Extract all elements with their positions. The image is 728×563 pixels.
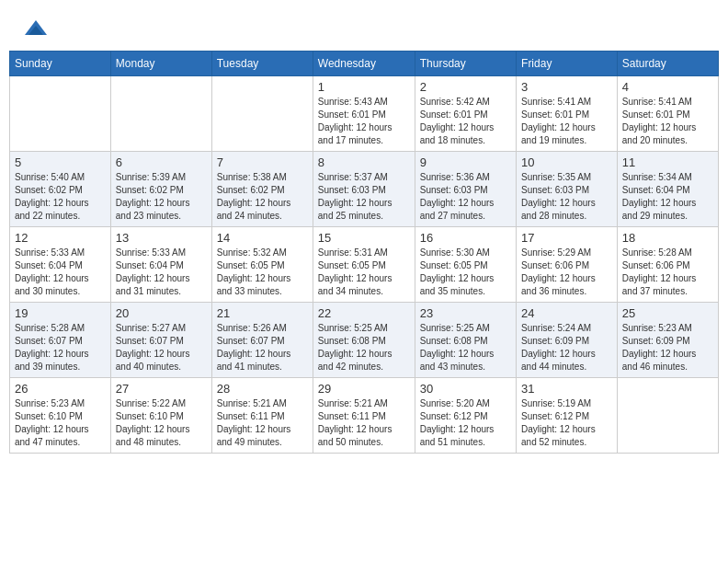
calendar-cell: 13Sunrise: 5:33 AM Sunset: 6:04 PM Dayli… — [110, 227, 211, 303]
day-info: Sunrise: 5:39 AM Sunset: 6:02 PM Dayligh… — [116, 171, 207, 223]
calendar-cell: 18Sunrise: 5:28 AM Sunset: 6:06 PM Dayli… — [617, 227, 718, 303]
day-info: Sunrise: 5:27 AM Sunset: 6:07 PM Dayligh… — [116, 322, 207, 373]
calendar-cell: 21Sunrise: 5:26 AM Sunset: 6:07 PM Dayli… — [211, 303, 313, 378]
day-header-saturday: Saturday — [617, 52, 718, 76]
calendar-cell: 12Sunrise: 5:33 AM Sunset: 6:04 PM Dayli… — [10, 227, 111, 303]
day-number: 19 — [15, 306, 106, 320]
calendar-cell: 31Sunrise: 5:19 AM Sunset: 6:12 PM Dayli… — [517, 378, 618, 454]
day-info: Sunrise: 5:38 AM Sunset: 6:02 PM Dayligh… — [217, 171, 308, 223]
day-number: 24 — [521, 306, 612, 320]
day-info: Sunrise: 5:20 AM Sunset: 6:12 PM Dayligh… — [420, 397, 511, 449]
calendar-cell: 4Sunrise: 5:41 AM Sunset: 6:01 PM Daylig… — [617, 76, 718, 152]
day-info: Sunrise: 5:23 AM Sunset: 6:10 PM Dayligh… — [15, 397, 106, 449]
day-number: 12 — [15, 231, 106, 245]
day-number: 30 — [420, 382, 511, 396]
day-header-sunday: Sunday — [10, 52, 111, 76]
calendar-header-row: SundayMondayTuesdayWednesdayThursdayFrid… — [10, 52, 719, 76]
calendar-cell: 2Sunrise: 5:42 AM Sunset: 6:01 PM Daylig… — [415, 76, 516, 152]
day-number: 15 — [318, 231, 410, 245]
day-number: 16 — [420, 231, 511, 245]
day-number: 23 — [420, 306, 511, 320]
day-info: Sunrise: 5:28 AM Sunset: 6:06 PM Dayligh… — [622, 247, 713, 298]
day-info: Sunrise: 5:21 AM Sunset: 6:11 PM Dayligh… — [318, 397, 410, 449]
day-info: Sunrise: 5:30 AM Sunset: 6:05 PM Dayligh… — [420, 247, 511, 298]
day-info: Sunrise: 5:41 AM Sunset: 6:01 PM Dayligh… — [521, 96, 612, 147]
day-number: 21 — [217, 306, 308, 320]
calendar-cell: 22Sunrise: 5:25 AM Sunset: 6:08 PM Dayli… — [313, 303, 415, 378]
day-info: Sunrise: 5:22 AM Sunset: 6:10 PM Dayligh… — [116, 397, 207, 449]
logo — [23, 18, 52, 39]
day-info: Sunrise: 5:25 AM Sunset: 6:08 PM Dayligh… — [420, 322, 511, 373]
day-number: 20 — [116, 306, 207, 320]
calendar-cell: 25Sunrise: 5:23 AM Sunset: 6:09 PM Dayli… — [617, 303, 718, 378]
day-header-tuesday: Tuesday — [211, 52, 313, 76]
calendar-table: SundayMondayTuesdayWednesdayThursdayFrid… — [9, 51, 719, 454]
day-info: Sunrise: 5:36 AM Sunset: 6:03 PM Dayligh… — [420, 171, 511, 223]
day-number: 4 — [622, 80, 713, 94]
day-number: 8 — [318, 155, 410, 169]
calendar-cell: 15Sunrise: 5:31 AM Sunset: 6:05 PM Dayli… — [313, 227, 415, 303]
calendar-cell: 3Sunrise: 5:41 AM Sunset: 6:01 PM Daylig… — [517, 76, 618, 152]
day-number: 18 — [622, 231, 713, 245]
day-number: 17 — [521, 231, 612, 245]
calendar-cell: 14Sunrise: 5:32 AM Sunset: 6:05 PM Dayli… — [211, 227, 313, 303]
calendar-cell: 28Sunrise: 5:21 AM Sunset: 6:11 PM Dayli… — [211, 378, 313, 454]
calendar-cell: 1Sunrise: 5:43 AM Sunset: 6:01 PM Daylig… — [313, 76, 415, 152]
calendar-cell: 8Sunrise: 5:37 AM Sunset: 6:03 PM Daylig… — [313, 152, 415, 227]
day-info: Sunrise: 5:33 AM Sunset: 6:04 PM Dayligh… — [116, 247, 207, 298]
day-info: Sunrise: 5:19 AM Sunset: 6:12 PM Dayligh… — [521, 397, 612, 449]
calendar-week-row: 12Sunrise: 5:33 AM Sunset: 6:04 PM Dayli… — [10, 227, 719, 303]
logo-icon — [23, 18, 49, 39]
calendar-cell — [10, 76, 111, 152]
day-info: Sunrise: 5:37 AM Sunset: 6:03 PM Dayligh… — [318, 171, 410, 223]
calendar-week-row: 1Sunrise: 5:43 AM Sunset: 6:01 PM Daylig… — [10, 76, 719, 152]
calendar-week-row: 5Sunrise: 5:40 AM Sunset: 6:02 PM Daylig… — [10, 152, 719, 227]
day-info: Sunrise: 5:42 AM Sunset: 6:01 PM Dayligh… — [420, 96, 511, 147]
day-number: 26 — [15, 382, 106, 396]
calendar-cell: 19Sunrise: 5:28 AM Sunset: 6:07 PM Dayli… — [10, 303, 111, 378]
calendar-cell: 30Sunrise: 5:20 AM Sunset: 6:12 PM Dayli… — [415, 378, 516, 454]
day-number: 9 — [420, 155, 511, 169]
day-header-thursday: Thursday — [415, 52, 516, 76]
day-info: Sunrise: 5:25 AM Sunset: 6:08 PM Dayligh… — [318, 322, 410, 373]
day-info: Sunrise: 5:21 AM Sunset: 6:11 PM Dayligh… — [217, 397, 308, 449]
calendar-cell: 9Sunrise: 5:36 AM Sunset: 6:03 PM Daylig… — [415, 152, 516, 227]
calendar-cell — [617, 378, 718, 454]
page-header — [9, 9, 719, 43]
day-number: 6 — [116, 155, 207, 169]
calendar-cell: 27Sunrise: 5:22 AM Sunset: 6:10 PM Dayli… — [110, 378, 211, 454]
calendar-cell — [110, 76, 211, 152]
calendar-cell: 17Sunrise: 5:29 AM Sunset: 6:06 PM Dayli… — [517, 227, 618, 303]
day-number: 22 — [318, 306, 410, 320]
calendar-cell: 7Sunrise: 5:38 AM Sunset: 6:02 PM Daylig… — [211, 152, 313, 227]
day-number: 2 — [420, 80, 511, 94]
day-header-friday: Friday — [517, 52, 618, 76]
calendar-cell: 29Sunrise: 5:21 AM Sunset: 6:11 PM Dayli… — [313, 378, 415, 454]
calendar-cell: 16Sunrise: 5:30 AM Sunset: 6:05 PM Dayli… — [415, 227, 516, 303]
day-info: Sunrise: 5:33 AM Sunset: 6:04 PM Dayligh… — [15, 247, 106, 298]
calendar-cell: 26Sunrise: 5:23 AM Sunset: 6:10 PM Dayli… — [10, 378, 111, 454]
day-info: Sunrise: 5:43 AM Sunset: 6:01 PM Dayligh… — [318, 96, 410, 147]
calendar-cell: 20Sunrise: 5:27 AM Sunset: 6:07 PM Dayli… — [110, 303, 211, 378]
day-number: 1 — [318, 80, 410, 94]
calendar-cell: 24Sunrise: 5:24 AM Sunset: 6:09 PM Dayli… — [517, 303, 618, 378]
day-number: 29 — [318, 382, 410, 396]
day-info: Sunrise: 5:34 AM Sunset: 6:04 PM Dayligh… — [622, 171, 713, 223]
calendar-cell: 23Sunrise: 5:25 AM Sunset: 6:08 PM Dayli… — [415, 303, 516, 378]
day-number: 14 — [217, 231, 308, 245]
day-number: 31 — [521, 382, 612, 396]
day-number: 7 — [217, 155, 308, 169]
day-info: Sunrise: 5:26 AM Sunset: 6:07 PM Dayligh… — [217, 322, 308, 373]
day-number: 3 — [521, 80, 612, 94]
day-info: Sunrise: 5:41 AM Sunset: 6:01 PM Dayligh… — [622, 96, 713, 147]
calendar-cell: 10Sunrise: 5:35 AM Sunset: 6:03 PM Dayli… — [517, 152, 618, 227]
day-info: Sunrise: 5:35 AM Sunset: 6:03 PM Dayligh… — [521, 171, 612, 223]
day-info: Sunrise: 5:24 AM Sunset: 6:09 PM Dayligh… — [521, 322, 612, 373]
day-number: 10 — [521, 155, 612, 169]
calendar-cell: 6Sunrise: 5:39 AM Sunset: 6:02 PM Daylig… — [110, 152, 211, 227]
day-number: 5 — [15, 155, 106, 169]
day-info: Sunrise: 5:23 AM Sunset: 6:09 PM Dayligh… — [622, 322, 713, 373]
day-info: Sunrise: 5:31 AM Sunset: 6:05 PM Dayligh… — [318, 247, 410, 298]
day-header-wednesday: Wednesday — [313, 52, 415, 76]
calendar-cell: 11Sunrise: 5:34 AM Sunset: 6:04 PM Dayli… — [617, 152, 718, 227]
